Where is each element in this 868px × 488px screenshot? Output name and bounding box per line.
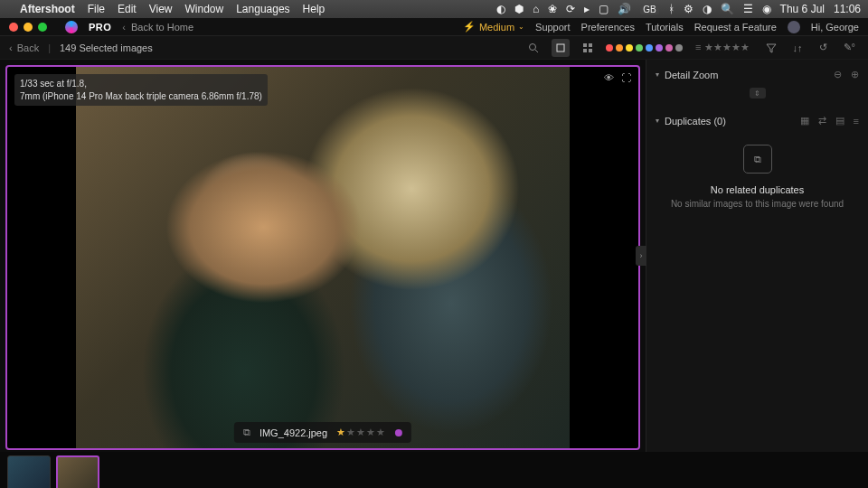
preferences-link[interactable]: Preferences bbox=[581, 22, 635, 33]
status-icon[interactable]: ▸ bbox=[584, 3, 590, 15]
zoom-out-icon[interactable]: ⊖ bbox=[834, 69, 842, 80]
request-feature-link[interactable]: Request a Feature bbox=[694, 22, 777, 33]
single-view-icon[interactable] bbox=[552, 39, 570, 57]
no-duplicates-title: No related duplicates bbox=[711, 184, 804, 195]
detail-zoom-header[interactable]: ▾ Detail Zoom ⊖ ⊕ bbox=[656, 65, 859, 84]
bolt-icon: ⚡ bbox=[463, 21, 476, 33]
view-mode-icon[interactable]: ▤ bbox=[835, 115, 844, 127]
chevron-down-icon: ⌄ bbox=[518, 23, 524, 31]
strength-dropdown[interactable]: ⚡ Medium ⌄ bbox=[463, 21, 524, 33]
svg-rect-6 bbox=[589, 49, 592, 52]
side-panel: ▾ Detail Zoom ⊖ ⊕ ⇕ ▾ Duplicates (0) ▦ ⇄… bbox=[646, 60, 868, 452]
drag-handle-icon[interactable]: ⇕ bbox=[750, 88, 766, 99]
status-icon[interactable]: ⬢ bbox=[514, 3, 524, 15]
display-icon[interactable]: ▢ bbox=[599, 3, 609, 15]
input-source[interactable]: GB bbox=[640, 5, 658, 14]
selection-count: 149 Selected images bbox=[60, 42, 153, 53]
eye-icon[interactable]: 👁 bbox=[604, 72, 614, 83]
color-label-picker[interactable] bbox=[606, 44, 683, 52]
close-window[interactable] bbox=[9, 23, 18, 32]
toolbar: ‹ Back | 149 Selected images ≡ ★★★★★ ↓↑ … bbox=[0, 36, 868, 60]
exif-overlay: 1/33 sec at f/1.8, 7mm (iPhone 14 Pro Ma… bbox=[14, 74, 268, 106]
volume-icon[interactable]: 🔊 bbox=[618, 3, 631, 15]
expand-icon[interactable]: ⛶ bbox=[621, 72, 631, 83]
chevron-left-icon: ‹ bbox=[122, 22, 126, 33]
app-header: PRO ‹ Back to Home ⚡ Medium ⌄ Support Pr… bbox=[0, 18, 868, 36]
support-link[interactable]: Support bbox=[535, 22, 571, 33]
svg-rect-4 bbox=[589, 43, 592, 47]
menu-file[interactable]: File bbox=[88, 3, 105, 15]
svg-rect-3 bbox=[583, 43, 587, 47]
menu-view[interactable]: View bbox=[149, 3, 173, 15]
tutorials-link[interactable]: Tutorials bbox=[646, 22, 684, 33]
thumbnail-image bbox=[7, 455, 51, 488]
menu-help[interactable]: Help bbox=[303, 3, 326, 15]
fullscreen-window[interactable] bbox=[38, 23, 47, 32]
view-mode-icon[interactable]: ≡ bbox=[854, 116, 859, 127]
thumbnail-image bbox=[56, 455, 99, 488]
rating-filter[interactable]: ≡ ★★★★★ bbox=[692, 38, 752, 57]
thumbnail[interactable]: 1★ bbox=[56, 455, 99, 488]
view-mode-icon[interactable]: ▦ bbox=[800, 115, 809, 127]
svg-rect-2 bbox=[557, 44, 564, 52]
filmstrip: 1★ 1★ bbox=[0, 452, 868, 488]
back-button[interactable]: ‹ Back bbox=[9, 42, 39, 53]
menubar-date[interactable]: Thu 6 Jul bbox=[780, 3, 825, 15]
macos-menubar: Aftershoot File Edit View Window Languag… bbox=[0, 0, 868, 18]
grid-view-icon[interactable] bbox=[579, 39, 597, 57]
status-icon[interactable]: ⟳ bbox=[566, 3, 575, 15]
thumbnail[interactable]: 1★ bbox=[7, 455, 51, 488]
zoom-in-icon[interactable]: ⊕ bbox=[851, 69, 859, 80]
menubar-app[interactable]: Aftershoot bbox=[20, 3, 75, 15]
view-mode-icon[interactable]: ⇄ bbox=[818, 115, 826, 127]
svg-line-1 bbox=[535, 50, 538, 52]
bluetooth-icon[interactable]: ᚼ bbox=[668, 3, 675, 15]
battery-icon[interactable]: ◑ bbox=[703, 3, 712, 15]
menu-edit[interactable]: Edit bbox=[118, 3, 137, 15]
filename-bar: ⧉ IMG_4922.jpeg ★★★★★ bbox=[234, 422, 411, 443]
image-viewer[interactable]: 1/33 sec at f/1.8, 7mm (iPhone 14 Pro Ma… bbox=[5, 65, 640, 450]
copy-icon[interactable]: ⧉ bbox=[243, 427, 250, 438]
duplicates-header[interactable]: ▾ Duplicates (0) ▦ ⇄ ▤ ≡ bbox=[656, 111, 859, 130]
svg-point-0 bbox=[530, 43, 536, 50]
svg-rect-5 bbox=[583, 49, 587, 52]
window-controls bbox=[9, 23, 47, 32]
control-center-icon[interactable]: ☰ bbox=[743, 3, 753, 15]
status-icon[interactable]: ◐ bbox=[496, 3, 505, 15]
disclosure-icon: ▾ bbox=[656, 70, 659, 79]
search-icon[interactable]: 🔍 bbox=[721, 3, 734, 15]
wifi-icon[interactable]: ⚙ bbox=[684, 3, 693, 15]
color-label-dot[interactable] bbox=[395, 429, 402, 436]
panel-collapse-handle[interactable]: › bbox=[636, 246, 646, 266]
edit-icon[interactable]: ✎° bbox=[840, 38, 859, 57]
back-to-home-link[interactable]: ‹ Back to Home bbox=[122, 22, 193, 33]
app-logo-icon bbox=[65, 21, 78, 33]
user-greeting: Hi, George bbox=[811, 22, 859, 33]
siri-icon[interactable]: ◉ bbox=[762, 3, 771, 15]
filename: IMG_4922.jpeg bbox=[259, 427, 327, 438]
menu-window[interactable]: Window bbox=[185, 3, 224, 15]
sort-icon[interactable]: ↓↑ bbox=[789, 39, 807, 57]
history-icon[interactable]: ↺ bbox=[816, 38, 831, 57]
duplicates-empty-icon: ⧉ bbox=[743, 145, 772, 174]
pro-badge: PRO bbox=[89, 22, 111, 33]
rating-stars[interactable]: ★★★★★ bbox=[336, 427, 386, 438]
minimize-window[interactable] bbox=[24, 23, 33, 32]
filter-icon[interactable] bbox=[762, 39, 780, 57]
zoom-icon[interactable] bbox=[524, 39, 542, 57]
chevron-left-icon: ‹ bbox=[9, 42, 13, 53]
menu-languages[interactable]: Languages bbox=[236, 3, 289, 15]
disclosure-icon: ▾ bbox=[656, 117, 659, 125]
photo-content bbox=[76, 67, 570, 448]
avatar[interactable] bbox=[788, 21, 800, 33]
status-icon[interactable]: ⌂ bbox=[533, 3, 539, 15]
status-icon[interactable]: ❀ bbox=[548, 3, 557, 15]
no-duplicates-subtitle: No similar images to this image were fou… bbox=[671, 199, 844, 209]
menubar-time[interactable]: 11:06 bbox=[834, 3, 861, 15]
